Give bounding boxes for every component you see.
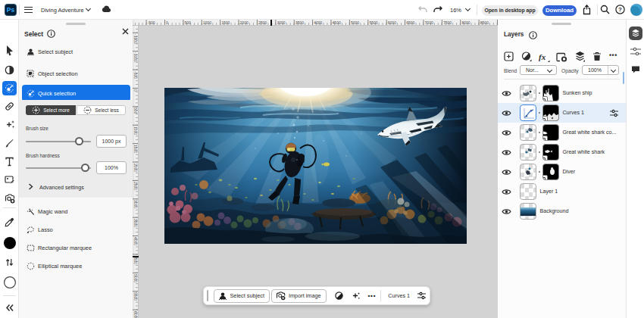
svg-text:fx: fx [539,52,546,61]
svg-text:?: ? [618,6,622,13]
